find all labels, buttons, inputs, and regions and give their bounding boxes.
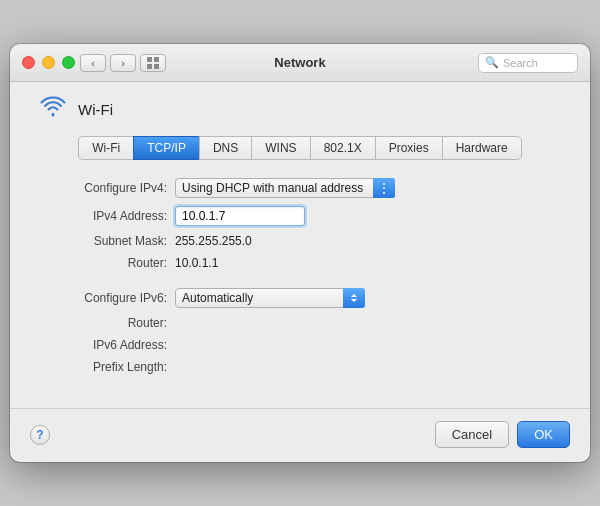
help-button[interactable]: ? <box>30 425 50 445</box>
configure-ipv6-label: Configure IPv6: <box>30 291 175 305</box>
search-box[interactable]: 🔍 Search <box>478 53 578 73</box>
ipv6-address-label: IPv6 Address: <box>30 338 175 352</box>
svg-point-4 <box>52 114 55 117</box>
svg-rect-2 <box>147 64 152 69</box>
svg-rect-0 <box>147 57 152 62</box>
content-area: Wi-Fi Wi-Fi TCP/IP DNS WINS 802.1X Proxi… <box>10 82 590 398</box>
nav-buttons: ‹ › <box>80 54 136 72</box>
tab-tcpip[interactable]: TCP/IP <box>133 136 199 160</box>
subnet-mask-value: 255.255.255.0 <box>175 234 252 248</box>
router-value: 10.0.1.1 <box>175 256 218 270</box>
configure-ipv6-wrapper[interactable]: Automatically <box>175 288 365 308</box>
prefix-length-label: Prefix Length: <box>30 360 175 374</box>
tab-dns[interactable]: DNS <box>199 136 251 160</box>
tab-proxies[interactable]: Proxies <box>375 136 442 160</box>
tab-wifi[interactable]: Wi-Fi <box>78 136 133 160</box>
network-window: ‹ › Network 🔍 Search <box>10 44 590 462</box>
configure-ipv6-row: Configure IPv6: Automatically <box>30 288 570 308</box>
configure-ipv4-wrapper[interactable]: Using DHCP with manual address <box>175 178 395 198</box>
router6-row: Router: <box>30 316 570 330</box>
tcp-ip-form: Configure IPv4: Using DHCP with manual a… <box>30 178 570 374</box>
back-button[interactable]: ‹ <box>80 54 106 72</box>
spacer <box>30 278 570 288</box>
router-row: Router: 10.0.1.1 <box>30 256 570 270</box>
router6-label: Router: <box>30 316 175 330</box>
wifi-label: Wi-Fi <box>78 101 113 118</box>
footer-buttons: Cancel OK <box>435 421 570 448</box>
tab-wins[interactable]: WINS <box>251 136 309 160</box>
wifi-header: Wi-Fi <box>38 96 570 122</box>
titlebar: ‹ › Network 🔍 Search <box>10 44 590 82</box>
footer: ? Cancel OK <box>10 408 590 462</box>
configure-ipv4-row: Configure IPv4: Using DHCP with manual a… <box>30 178 570 198</box>
ipv4-address-input[interactable] <box>175 206 305 226</box>
traffic-lights <box>22 56 75 69</box>
wifi-icon <box>38 96 68 122</box>
search-placeholder: Search <box>503 57 538 69</box>
forward-button[interactable]: › <box>110 54 136 72</box>
tabs-bar: Wi-Fi TCP/IP DNS WINS 802.1X Proxies Har… <box>30 136 570 160</box>
svg-rect-3 <box>154 64 159 69</box>
configure-ipv4-select[interactable]: Using DHCP with manual address <box>175 178 395 198</box>
ok-button[interactable]: OK <box>517 421 570 448</box>
cancel-button[interactable]: Cancel <box>435 421 509 448</box>
configure-ipv4-label: Configure IPv4: <box>30 181 175 195</box>
ipv4-address-label: IPv4 Address: <box>30 209 175 223</box>
configure-ipv6-select[interactable]: Automatically <box>175 288 365 308</box>
tab-hardware[interactable]: Hardware <box>442 136 522 160</box>
tab-8021x[interactable]: 802.1X <box>310 136 375 160</box>
svg-rect-1 <box>154 57 159 62</box>
subnet-mask-row: Subnet Mask: 255.255.255.0 <box>30 234 570 248</box>
search-icon: 🔍 <box>485 56 499 69</box>
maximize-button[interactable] <box>62 56 75 69</box>
ipv6-address-row: IPv6 Address: <box>30 338 570 352</box>
subnet-mask-label: Subnet Mask: <box>30 234 175 248</box>
minimize-button[interactable] <box>42 56 55 69</box>
grid-view-button[interactable] <box>140 54 166 72</box>
router-label: Router: <box>30 256 175 270</box>
ipv4-address-row: IPv4 Address: <box>30 206 570 226</box>
close-button[interactable] <box>22 56 35 69</box>
prefix-length-row: Prefix Length: <box>30 360 570 374</box>
window-title: Network <box>274 55 325 70</box>
